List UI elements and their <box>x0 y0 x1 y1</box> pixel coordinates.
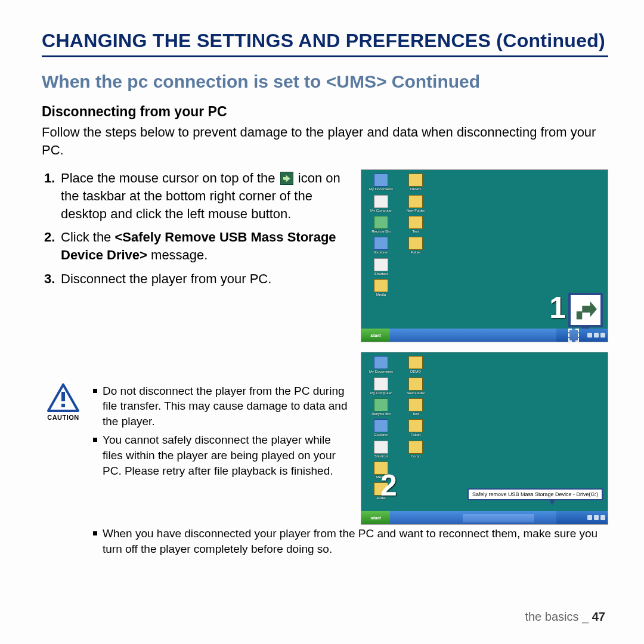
tray-safely-remove-icon <box>568 293 603 327</box>
screenshots-column: My Documents DEMO My Computer New Folder… <box>361 169 608 525</box>
step-2-text-c: message. <box>151 247 208 262</box>
step-3: 3. Disconnect the player from your PC. <box>44 270 349 288</box>
start-button: start <box>361 511 390 524</box>
step-1-number: 1. <box>44 169 55 187</box>
step-3-number: 3. <box>44 270 55 288</box>
start-button: start <box>361 329 390 342</box>
svg-rect-1 <box>61 392 65 401</box>
caution-icon <box>47 383 79 412</box>
tray-highlight <box>568 329 579 342</box>
step-1: 1. Place the mouse cursor on top of the … <box>44 169 349 222</box>
caution-item-2: You cannot safely disconnect the player … <box>93 432 349 478</box>
steps-column: 1. Place the mouse cursor on top of the … <box>42 169 349 525</box>
callout-number-1: 1 <box>549 290 566 325</box>
page-title: CHANGING THE SETTINGS AND PREFERENCES (C… <box>42 30 608 57</box>
taskbar-item <box>463 514 534 522</box>
screenshot-step-2: My Documents DEMO My Computer New Folder… <box>361 352 608 525</box>
intro-text: Follow the steps below to prevent damage… <box>42 123 608 159</box>
step-2-number: 2. <box>44 228 55 246</box>
callout-number-2: 2 <box>380 468 397 503</box>
system-tray <box>556 329 608 342</box>
caution-item-3: When you have disconnected your player f… <box>42 526 608 556</box>
step-2-text-a: Click the <box>61 230 114 244</box>
safely-remove-hardware-icon <box>280 172 293 185</box>
safely-remove-tooltip: Safely remove USB Mass Storage Device - … <box>467 488 603 500</box>
step-2: 2. Click the <Safely Remove USB Mass Sto… <box>44 228 349 264</box>
screenshot-step-1: My Documents DEMO My Computer New Folder… <box>361 169 608 342</box>
caution-label: CAUTION <box>42 413 85 422</box>
svg-rect-2 <box>61 404 65 407</box>
step-1-text-a: Place the mouse cursor on top of the <box>61 171 279 185</box>
section-title: When the pc connection is set to <UMS> C… <box>42 72 608 92</box>
page-footer: the basics _ 47 <box>525 610 605 624</box>
windows-taskbar: start <box>361 511 608 524</box>
subsection-title: Disconnecting from your PC <box>42 104 608 120</box>
step-3-text: Disconnect the player from your PC. <box>61 271 271 286</box>
windows-taskbar: start <box>361 329 608 342</box>
footer-page-number: 47 <box>592 610 605 623</box>
footer-section: the basics <box>525 610 578 623</box>
footer-separator: _ <box>582 610 589 623</box>
caution-item-1: Do not disconnect the player from the PC… <box>93 383 349 429</box>
caution-block: CAUTION Do not disconnect the player fro… <box>42 383 349 482</box>
system-tray <box>556 511 608 524</box>
